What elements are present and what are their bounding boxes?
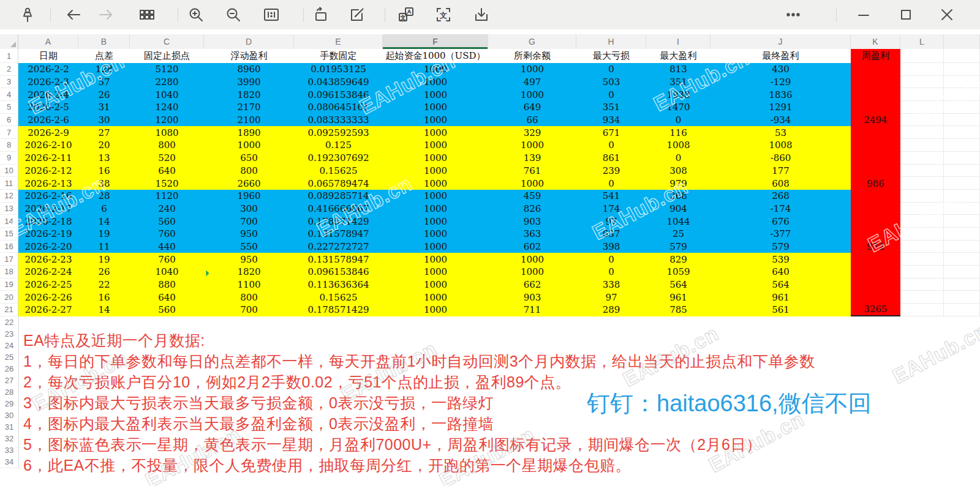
cell: 25 xyxy=(646,228,710,241)
forward-arrow-icon xyxy=(97,6,115,24)
cell xyxy=(900,228,944,241)
row-number: 23 xyxy=(0,328,19,340)
table-row: 42026-2-426104018200.0961538461000100001… xyxy=(0,88,980,101)
pin-button[interactable] xyxy=(15,2,40,27)
cell: 564 xyxy=(710,279,851,291)
week-profit-cell xyxy=(851,152,900,165)
note-line-5: 5，图标蓝色表示一星期，黄色表示一星期，月盈利7000U+，周盈利图标有记录，期… xyxy=(23,435,761,455)
table-row: 142026-2-18145607000.1785714291000903971… xyxy=(0,215,980,228)
zoom-in-button[interactable] xyxy=(184,2,208,27)
contact-text: 钉钉：haitao6316,微信不回 xyxy=(587,388,872,419)
zoom-out-button[interactable] xyxy=(221,2,246,27)
forward-button[interactable] xyxy=(94,2,118,27)
titlebar: A 文 文 xyxy=(0,0,980,29)
cell: 0.227272727 xyxy=(294,241,383,253)
cell xyxy=(900,215,944,228)
cell: 671 xyxy=(576,126,646,139)
cell: 1000 xyxy=(383,304,488,316)
row-number: 20 xyxy=(0,291,18,304)
column-letter: B xyxy=(78,34,130,49)
cell: 785 xyxy=(646,304,710,316)
cell: 19 xyxy=(78,228,130,241)
cell: 760 xyxy=(130,253,204,266)
column-letter: H xyxy=(576,34,646,49)
cell: 1000 xyxy=(383,241,488,253)
row-number: 28 xyxy=(0,386,19,398)
close-button[interactable] xyxy=(935,2,959,27)
table-row: 102026-2-12166408000.1562510007612393081… xyxy=(0,165,980,178)
week-profit-cell xyxy=(851,139,900,152)
column-letter: G xyxy=(488,34,576,49)
back-arrow-icon xyxy=(64,6,83,24)
grid-view-icon xyxy=(138,6,156,23)
cell xyxy=(900,165,944,178)
cell: 0 xyxy=(576,266,646,279)
translate-button[interactable]: A 文 xyxy=(394,2,418,27)
table-row: 92026-2-11135206500.19230769210001398610… xyxy=(0,152,980,165)
cell: 1836 xyxy=(710,88,851,101)
pin-icon xyxy=(19,6,36,23)
cell: 2026-2-23 xyxy=(18,253,78,266)
cell: 1890 xyxy=(204,126,294,139)
rotate-button[interactable] xyxy=(308,2,333,27)
table-row: 1日期点差固定止损点浮动盈利手数固定起始资金1000（USD）所剩余额最大亏损最… xyxy=(0,49,980,63)
cell: 26 xyxy=(78,88,130,101)
ocr-extract-button[interactable]: 文 xyxy=(431,2,456,27)
edit-button[interactable] xyxy=(345,2,369,27)
row-number: 26 xyxy=(0,363,19,375)
table-row: 182026-2-2426104018200.09615384610001000… xyxy=(0,266,980,279)
table-row: 132026-2-1762403000.41666666710008261749… xyxy=(0,203,980,215)
cell: -860 xyxy=(710,152,851,165)
one-to-one-icon xyxy=(263,6,280,23)
cell: 1100 xyxy=(204,279,294,291)
row-number: 8 xyxy=(0,139,18,152)
cell: 16 xyxy=(78,291,130,304)
rotate-icon xyxy=(312,6,329,23)
back-button[interactable] xyxy=(61,2,86,27)
actual-size-button[interactable] xyxy=(259,2,284,27)
translate-icon: A 文 xyxy=(398,6,415,23)
cell: 点差 xyxy=(78,49,130,63)
cell: 1000 xyxy=(383,139,488,152)
cell: 560 xyxy=(130,304,204,316)
table-row: 212026-2-27145607000.1785714291000711289… xyxy=(0,304,980,316)
minimize-button[interactable] xyxy=(851,2,876,27)
select-all-corner xyxy=(0,34,18,49)
cell: 579 xyxy=(710,241,851,253)
ocr-text-icon: 文 xyxy=(435,6,452,23)
edit-pencil-icon xyxy=(349,6,366,23)
row-number: 2 xyxy=(0,63,18,76)
cell: 最大亏损 xyxy=(576,49,646,63)
cell: 813 xyxy=(646,63,710,76)
cell: 1820 xyxy=(204,266,294,279)
column-letter: K xyxy=(851,34,900,49)
cell: 497 xyxy=(488,76,576,89)
cell: 440 xyxy=(130,241,204,253)
cell: 0.089285714 xyxy=(294,190,383,203)
save-download-button[interactable] xyxy=(469,2,494,27)
thumbnail-grid-button[interactable] xyxy=(135,2,159,27)
cell: 0 xyxy=(576,63,646,76)
cell xyxy=(900,63,944,76)
week-profit-cell xyxy=(851,165,900,178)
cell: 0.01953125 xyxy=(294,63,383,76)
maximize-button[interactable] xyxy=(894,2,918,27)
column-header-row: ABCDEFGHIJKL xyxy=(0,34,980,50)
table-row: 22026-2-2128512089600.019531251000100008… xyxy=(0,63,980,76)
cell: 640 xyxy=(130,165,204,178)
cell: 0.178571429 xyxy=(294,304,383,316)
cell: 1120 xyxy=(130,190,204,203)
more-options-button[interactable] xyxy=(781,2,805,27)
row-number: 31 xyxy=(0,421,19,433)
cell: 2026-2-9 xyxy=(18,126,78,139)
note-line-3: 3，图标内最大亏损表示当天最多亏损金额，0表示没亏损，一路绿灯 xyxy=(23,393,494,413)
cell: 579 xyxy=(646,241,710,253)
cell: 826 xyxy=(488,203,576,215)
cell: 1000 xyxy=(383,291,488,304)
cell: 1000 xyxy=(383,266,488,279)
cell: 1000 xyxy=(383,152,488,165)
cell: 2026-2-26 xyxy=(18,291,78,304)
week-profit-cell xyxy=(851,253,900,266)
row-number: 7 xyxy=(0,126,18,139)
cell: 16 xyxy=(78,165,130,178)
